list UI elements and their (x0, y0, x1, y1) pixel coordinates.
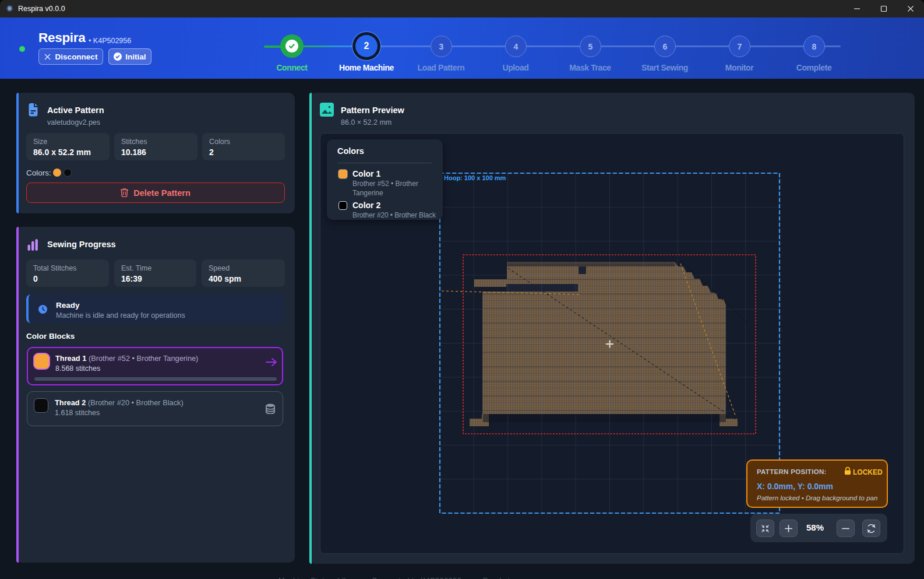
svg-text:Hoop: 100 x 100 mm: Hoop: 100 x 100 mm (444, 174, 506, 181)
